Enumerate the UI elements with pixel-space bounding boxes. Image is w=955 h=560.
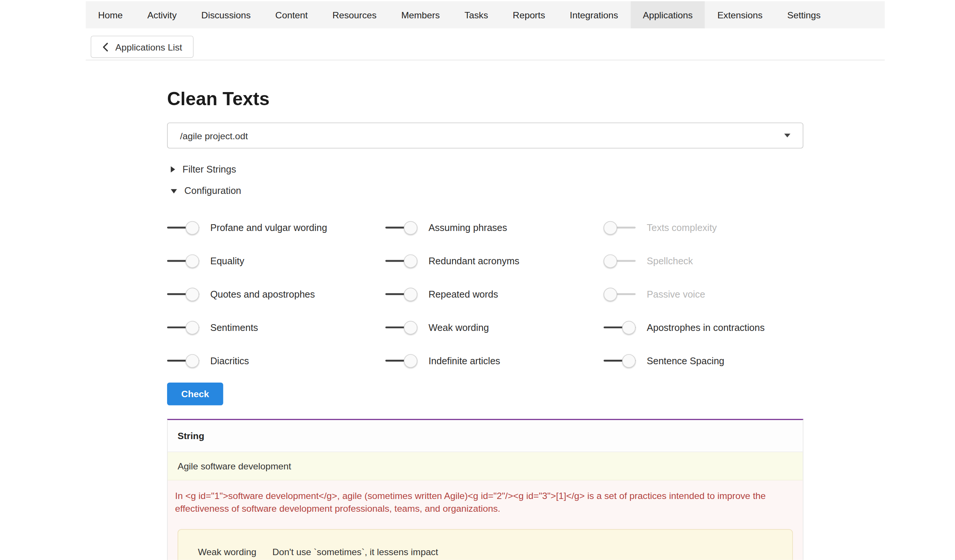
switch-icon [167,254,199,268]
toggle-spellcheck[interactable]: Spellcheck [604,254,803,268]
toggle-diacritics[interactable]: Diacritics [167,354,385,368]
header-shell: Home Activity Discussions Content Resour… [86,1,885,60]
toggle-label: Spellcheck [647,256,693,267]
nav-item-members[interactable]: Members [389,1,452,28]
filter-strings-label: Filter Strings [182,164,236,175]
switch-icon [167,221,199,235]
toggle-label: Assuming phrases [429,222,507,234]
check-button[interactable]: Check [167,382,223,406]
page-title: Clean Texts [167,89,803,110]
switch-icon [167,321,199,334]
nav-item-applications[interactable]: Applications [631,1,705,28]
back-button-label: Applications List [115,42,182,52]
app-viewport: Home Activity Discussions Content Resour… [0,0,955,560]
toggle-label: Redundant acronyms [429,256,519,267]
file-select-value: /agile project.odt [180,130,248,141]
toggle-label: Passive voice [647,289,705,300]
chevron-down-icon [784,134,790,137]
toggle-passive-voice[interactable]: Passive voice [604,287,803,301]
configuration-section-toggle[interactable]: Configuration [171,183,803,199]
switch-icon [604,254,636,268]
nav-item-home[interactable]: Home [86,1,135,28]
switch-icon [604,221,636,235]
nav-item-activity[interactable]: Activity [135,1,189,28]
toggle-repeated-words[interactable]: Repeated words [385,287,604,301]
results-panel: String Agile software development In <g … [167,419,803,560]
results-column-header: String [168,420,803,452]
switch-icon [604,321,636,334]
result-message-area: In <g id="1">software development</g>, a… [168,480,803,560]
issue-category: Weak wording [198,546,256,557]
toggle-sentence-spacing[interactable]: Sentence Spacing [604,354,803,368]
nav-item-settings[interactable]: Settings [775,1,833,28]
toggle-label: Sentence Spacing [647,356,724,367]
toggle-sentiments[interactable]: Sentiments [167,321,385,334]
nav-item-resources[interactable]: Resources [320,1,389,28]
switch-icon [604,354,636,368]
switch-icon [385,287,418,301]
filter-strings-section-toggle[interactable]: Filter Strings [171,161,803,178]
nav-item-integrations[interactable]: Integrations [557,1,631,28]
switch-icon [385,321,418,334]
toggle-quotes-apostrophes[interactable]: Quotes and apostrophes [167,287,385,301]
nav-item-extensions[interactable]: Extensions [705,1,775,28]
toggle-redundant-acronyms[interactable]: Redundant acronyms [385,254,604,268]
toggle-texts-complexity[interactable]: Texts complexity [604,221,803,235]
toggle-label: Texts complexity [647,222,717,234]
configuration-label: Configuration [184,185,241,197]
top-navigation: Home Activity Discussions Content Resour… [86,1,885,28]
result-string-row[interactable]: Agile software development [168,452,803,480]
toggle-label: Indefinite articles [429,356,500,367]
nav-item-reports[interactable]: Reports [501,1,557,28]
toggle-label: Profane and vulgar wording [210,222,327,234]
configuration-toggle-grid: Profane and vulgar wording Assuming phra… [167,211,803,377]
toggle-profane-vulgar-wording[interactable]: Profane and vulgar wording [167,221,385,235]
triangle-right-icon [171,166,175,172]
nav-item-discussions[interactable]: Discussions [189,1,263,28]
toggle-label: Weak wording [429,322,489,334]
main-content: Clean Texts /agile project.odt Filter St… [167,89,803,560]
switch-icon [385,221,418,235]
switch-icon [167,354,199,368]
toggle-label: Repeated words [429,289,498,300]
issue-warning-box: Weak wording Don't use `sometimes`, it l… [178,529,793,560]
switch-icon [385,354,418,368]
toggle-weak-wording[interactable]: Weak wording [385,321,604,334]
chevron-left-icon [102,42,108,51]
nav-item-content[interactable]: Content [263,1,320,28]
toggle-label: Apostrophes in contractions [647,322,765,334]
toggle-indefinite-articles[interactable]: Indefinite articles [385,354,604,368]
error-message-text: In <g id="1">software development</g>, a… [175,489,795,515]
switch-icon [604,287,636,301]
issue-detail: Don't use `sometimes`, it lessens impact [272,546,438,557]
toggle-label: Equality [210,256,244,267]
toolbar: Applications List [86,28,885,61]
switch-icon [167,287,199,301]
toggle-assuming-phrases[interactable]: Assuming phrases [385,221,604,235]
toggle-label: Sentiments [210,322,258,334]
file-select[interactable]: /agile project.odt [167,122,803,148]
back-to-applications-list-button[interactable]: Applications List [91,36,194,58]
switch-icon [385,254,418,268]
toggle-apostrophes-contractions[interactable]: Apostrophes in contractions [604,321,803,334]
toggle-label: Diacritics [210,356,249,367]
nav-item-tasks[interactable]: Tasks [452,1,501,28]
toggle-label: Quotes and apostrophes [210,289,315,300]
triangle-down-icon [171,189,177,193]
toggle-equality[interactable]: Equality [167,254,385,268]
